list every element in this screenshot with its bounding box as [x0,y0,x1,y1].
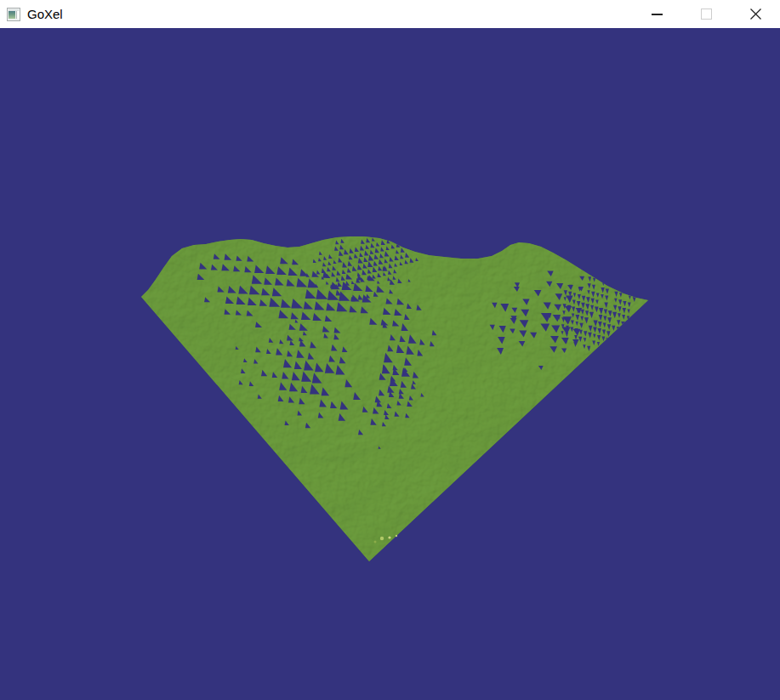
minimize-button[interactable] [632,0,681,28]
app-icon-sidepanel [16,11,20,19]
minimize-icon [652,14,663,15]
window-title: GoXel [27,0,63,28]
close-icon [749,8,762,20]
title-bar[interactable]: GoXel [0,0,780,28]
app-icon [7,8,20,21]
maximize-icon [701,9,712,20]
terrain-render [0,28,780,700]
goxel-window: GoXel [0,0,780,700]
window-controls [632,0,780,28]
close-button[interactable] [731,0,780,28]
3d-viewport[interactable] [0,28,780,700]
maximize-button[interactable] [681,0,731,28]
app-icon-viewport [9,11,15,19]
